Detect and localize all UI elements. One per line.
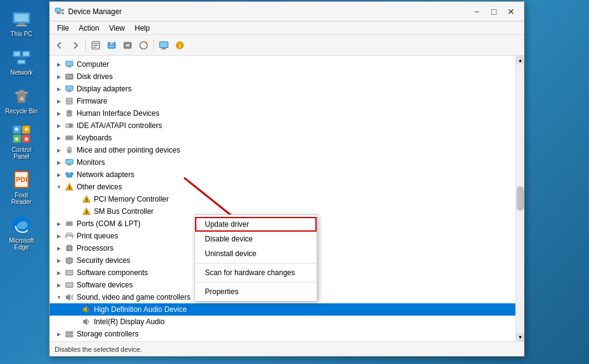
tree-item-pci[interactable]: ! PCI Memory Controller (50, 193, 515, 205)
tree-item-mice[interactable]: ▶ Mice and other pointing devices (50, 144, 515, 156)
device-manager-window: Device Manager − □ ✕ File Action View He… (49, 1, 525, 357)
firmware-label: Firmware (77, 97, 107, 105)
context-menu-update-driver[interactable]: Update driver (195, 217, 317, 232)
foxit-icon: PDF (10, 169, 33, 191)
context-menu-scan[interactable]: Scan for hardware changes (195, 265, 317, 280)
tree-item-monitors[interactable]: ▶ Monitors (50, 156, 515, 169)
tree-item-ide[interactable]: ▶ IDE ATA/ATAPI controllers (50, 119, 515, 132)
menu-action[interactable]: Action (74, 23, 104, 34)
intel-audio-icon (82, 317, 91, 327)
context-menu-uninstall-device[interactable]: Uninstall device (195, 246, 317, 261)
security-label: Security devices (77, 256, 130, 265)
hid-icon (64, 108, 74, 118)
firmware-icon (64, 96, 74, 106)
svg-text:!: ! (69, 185, 71, 191)
sw-devices-label: Software devices (77, 281, 133, 289)
tree-item-intel-audio[interactable]: Intel(R) Display Audio (50, 316, 515, 328)
tree-item-display-adapters[interactable]: ▶ Display adapters (50, 83, 515, 95)
desktop-icon-control-panel[interactable]: Control Panel (2, 121, 41, 162)
svg-point-21 (25, 137, 28, 141)
ports-icon (64, 219, 74, 229)
scrollbar[interactable]: ▲ ▼ (515, 56, 524, 341)
desktop-icon-this-pc[interactable]: This PC (2, 5, 41, 40)
storage-label: Storage controllers (77, 330, 139, 338)
scroll-down-button[interactable]: ▼ (516, 333, 524, 341)
expander-keyboards: ▶ (55, 134, 63, 142)
svg-rect-57 (66, 86, 73, 90)
expander-smbus (72, 207, 80, 216)
context-menu-properties[interactable]: Properties (195, 284, 317, 299)
expander-display: ▶ (55, 85, 63, 93)
svg-point-69 (69, 124, 72, 127)
svg-point-20 (15, 137, 18, 141)
menu-help[interactable]: Help (130, 23, 155, 34)
menu-file[interactable]: File (52, 23, 74, 34)
minimize-button[interactable]: − (469, 5, 485, 18)
hid-label: Human Interface Devices (77, 109, 160, 118)
svg-rect-64 (67, 110, 72, 117)
svg-rect-83 (67, 165, 72, 165)
svg-point-101 (71, 235, 72, 237)
scroll-thumb[interactable] (517, 186, 524, 211)
menu-bar: File Action View Help (50, 21, 524, 35)
back-button[interactable] (52, 38, 67, 53)
maximize-button[interactable]: □ (486, 5, 502, 18)
window-icon (55, 7, 64, 17)
tree-item-other[interactable]: ▼ ! Other devices (50, 181, 515, 193)
svg-rect-73 (69, 136, 71, 137)
network-adapter-icon (64, 170, 74, 180)
tree-item-computer[interactable]: ▶ Computer (50, 58, 515, 70)
expander-hid: ▶ (55, 109, 63, 118)
svg-rect-5 (14, 52, 20, 56)
forward-button[interactable] (68, 38, 83, 53)
tree-item-hid[interactable]: ▶ Human Interface Devices (50, 107, 515, 119)
expander-other: ▼ (55, 183, 63, 191)
desktop-icon-edge[interactable]: Microsoft Edge (2, 211, 41, 253)
svg-rect-68 (66, 124, 69, 127)
tree-item-keyboards[interactable]: ▶ Keyboards (50, 132, 515, 144)
context-menu: Update driver Disable device Uninstall d… (194, 214, 317, 301)
scan-button[interactable] (136, 38, 151, 53)
display-button[interactable] (156, 38, 171, 53)
svg-rect-8 (17, 57, 26, 58)
sw-devices-icon (64, 280, 74, 290)
svg-rect-43 (160, 42, 167, 47)
svg-rect-59 (67, 91, 72, 92)
foxit-label: Foxit Reader (4, 192, 39, 205)
processors-label: Processors (77, 244, 114, 252)
menu-view[interactable]: View (104, 23, 130, 34)
ports-label: Ports (COM & LPT) (77, 219, 141, 228)
scroll-up-button[interactable]: ▲ (516, 56, 524, 64)
tree-item-system[interactable]: ▶ System devices (50, 340, 515, 341)
tree-item-network[interactable]: ▶ Network adapters (50, 169, 515, 181)
expander-processors: ▶ (55, 244, 63, 252)
svg-rect-29 (56, 13, 61, 14)
desktop-icon-recycle-bin[interactable]: ♻ Recycle Bin (2, 82, 41, 117)
svg-rect-30 (61, 9, 64, 11)
tree-item-storage[interactable]: ▶ Storage controllers (50, 328, 515, 340)
context-menu-disable-device[interactable]: Disable device (195, 232, 317, 246)
svg-text:!: ! (86, 210, 88, 215)
svg-rect-27 (56, 9, 60, 12)
desktop-icon-foxit[interactable]: PDF Foxit Reader (2, 166, 41, 208)
svg-rect-84 (66, 173, 69, 175)
tree-item-firmware[interactable]: ▶ Firmware (50, 95, 515, 107)
update-driver-button[interactable] (104, 38, 119, 53)
svg-rect-1 (15, 14, 28, 21)
svg-rect-71 (66, 136, 67, 137)
svg-point-18 (15, 127, 18, 131)
svg-rect-118 (67, 283, 72, 286)
network-icon (10, 46, 33, 68)
tree-item-disk-drives[interactable]: ▶ Disk drives (50, 70, 515, 83)
info-button[interactable]: i (172, 38, 187, 53)
tree-item-hd-audio[interactable]: High Definition Audio Device (50, 303, 515, 316)
uninstall-button[interactable] (120, 38, 135, 53)
svg-rect-82 (67, 164, 71, 165)
close-button[interactable]: ✕ (503, 5, 519, 18)
network-label: Network adapters (77, 170, 134, 179)
smbus-label: SM Bus Controller (94, 207, 153, 216)
expander-network: ▶ (55, 170, 63, 179)
desktop-icon-network[interactable]: Network (2, 44, 41, 78)
properties-button[interactable] (88, 38, 103, 53)
svg-rect-99 (67, 233, 72, 235)
